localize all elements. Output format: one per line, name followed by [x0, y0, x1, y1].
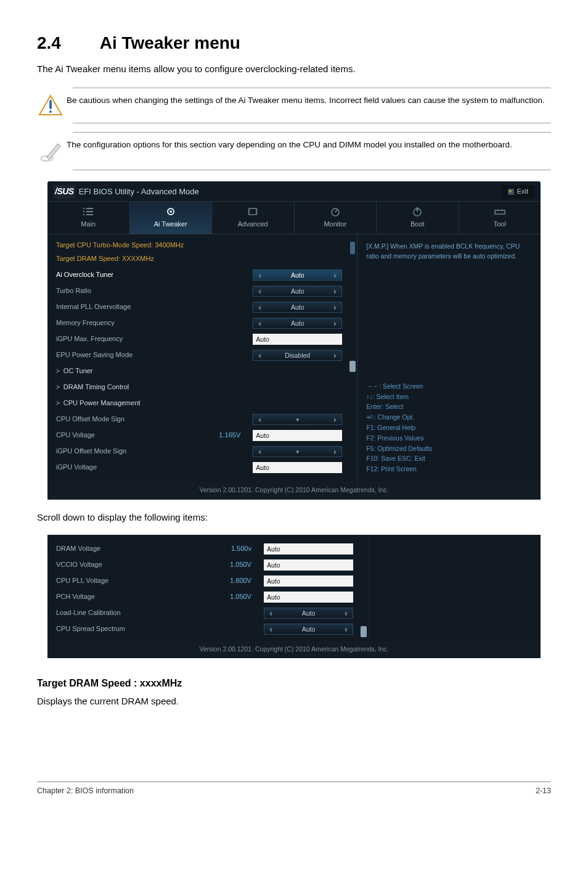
- cpu-pll-voltage-static: 1.800V: [214, 576, 264, 585]
- svg-rect-23: [495, 210, 505, 214]
- bios-titlebar: /SUS EFI BIOS Utility - Advanced Mode Ex…: [47, 181, 541, 201]
- tab-boot[interactable]: Boot: [377, 202, 459, 234]
- heading-title: Ai Tweaker menu: [100, 33, 240, 52]
- bios-window: /SUS EFI BIOS Utility - Advanced Mode Ex…: [47, 181, 541, 499]
- page-footer: Chapter 2: BIOS information 2-13: [37, 782, 551, 797]
- igpu-voltage-value[interactable]: Auto: [253, 462, 342, 473]
- warning-icon: [38, 94, 67, 117]
- exit-icon: [508, 189, 514, 195]
- row-internal-pll[interactable]: Internal PLL Overvoltage Auto: [56, 299, 342, 315]
- row-dram-voltage[interactable]: DRAM Voltage 1.500v Auto: [56, 541, 353, 557]
- bios-window-continued: DRAM Voltage 1.500v Auto VCCIO Voltage 1…: [47, 535, 541, 659]
- chevron-right-icon: >: [56, 367, 60, 376]
- target-cpu-info: Target CPU Turbo-Mode Speed: 3400MHz: [56, 241, 342, 250]
- vccio-voltage-static: 1.050V: [214, 560, 264, 569]
- tab-ai-label: Ai Tweaker: [130, 220, 212, 229]
- bios-tabs: Main Ai Tweaker Advanced Monitor Boot: [47, 201, 541, 234]
- igpu-offset-sign-label: iGPU Offset Mode Sign: [56, 447, 253, 456]
- cpu-pll-voltage-value[interactable]: Auto: [264, 576, 353, 587]
- exit-label: Exit: [517, 187, 528, 196]
- row-dram-timing[interactable]: > DRAM Timing Control: [56, 379, 342, 395]
- epu-power-value[interactable]: Disabled: [253, 350, 342, 361]
- scrollbar-2[interactable]: [359, 535, 368, 641]
- tab-ai-tweaker[interactable]: Ai Tweaker: [130, 202, 213, 234]
- tab-main[interactable]: Main: [47, 202, 130, 234]
- row-cpu-spread[interactable]: CPU Spread Spectrum Auto: [56, 621, 353, 637]
- epu-power-label: EPU Power Saving Mode: [56, 350, 253, 360]
- oc-tuner-label: OC Tuner: [63, 366, 342, 376]
- help-text: [X.M.P.] When XMP is enabled BCLK freque…: [366, 242, 532, 334]
- row-cpu-power[interactable]: > CPU Power Management: [56, 395, 342, 411]
- vccio-voltage-label: VCCIO Voltage: [56, 560, 214, 569]
- cpu-spread-value[interactable]: Auto: [264, 624, 353, 635]
- tab-tool-label: Tool: [459, 220, 541, 229]
- nav-l9: F12: Print Screen: [366, 464, 532, 474]
- igpu-offset-sign-value[interactable]: +: [253, 446, 342, 457]
- monitor-icon: [295, 205, 377, 218]
- nav-l1: →←: Select Screen: [366, 381, 532, 392]
- dram-voltage-value[interactable]: Auto: [264, 543, 353, 555]
- svg-point-2: [49, 110, 52, 113]
- scroll-handle-2[interactable]: [361, 626, 367, 637]
- cpu-offset-sign-value[interactable]: +: [253, 414, 342, 425]
- bios-title: EFI BIOS Utility - Advanced Mode: [79, 186, 199, 197]
- scrollbar[interactable]: [348, 234, 357, 482]
- row-pch-voltage[interactable]: PCH Voltage 1.050V Auto: [56, 589, 353, 605]
- chevron-right-icon: >: [56, 383, 60, 392]
- exit-button[interactable]: Exit: [502, 185, 534, 198]
- cpu-offset-sign-label: CPU Offset Mode Sign: [56, 415, 253, 424]
- info-text: The configuration options for this secti…: [67, 139, 512, 151]
- row-cpu-offset-sign[interactable]: CPU Offset Mode Sign +: [56, 411, 342, 427]
- cpu-voltage-value[interactable]: Auto: [253, 430, 342, 441]
- target-dram-info: Target DRAM Speed: XXXXMHz: [56, 254, 342, 263]
- cpu-voltage-label: CPU Voltage: [56, 431, 203, 440]
- turbo-ratio-label: Turbo Ratio: [56, 286, 253, 295]
- nav-l3: Enter: Select: [366, 402, 532, 412]
- memory-freq-value[interactable]: Auto: [253, 318, 342, 329]
- internal-pll-value[interactable]: Auto: [253, 302, 342, 313]
- scroll-handle[interactable]: [349, 361, 356, 372]
- tab-boot-label: Boot: [377, 220, 459, 229]
- row-load-line[interactable]: Load-Line Calibration Auto: [56, 605, 353, 621]
- page-heading: 2.4 Ai Tweaker menu: [37, 31, 551, 55]
- tab-advanced[interactable]: Advanced: [212, 202, 295, 234]
- scroll-thumb-top[interactable]: [350, 242, 355, 254]
- tab-monitor[interactable]: Monitor: [295, 202, 377, 234]
- vccio-voltage-value[interactable]: Auto: [264, 559, 353, 571]
- row-oc-tuner[interactable]: > OC Tuner: [56, 363, 342, 379]
- igpu-max-value[interactable]: Auto: [253, 334, 342, 345]
- row-vccio-voltage[interactable]: VCCIO Voltage 1.050V Auto: [56, 557, 353, 573]
- gear-icon: [130, 205, 212, 218]
- row-epu-power[interactable]: EPU Power Saving Mode Disabled: [56, 347, 342, 363]
- section-body: Displays the current DRAM speed.: [37, 695, 551, 708]
- tab-advanced-label: Advanced: [212, 220, 294, 229]
- pch-voltage-value[interactable]: Auto: [264, 592, 353, 603]
- row-igpu-max[interactable]: iGPU Max. Frequency Auto: [56, 331, 342, 347]
- igpu-voltage-label: iGPU Voltage: [56, 463, 253, 472]
- nav-l6: F2: Previous Values: [366, 433, 532, 444]
- load-line-label: Load-Line Calibration: [56, 608, 214, 617]
- row-igpu-offset-sign[interactable]: iGPU Offset Mode Sign +: [56, 444, 342, 460]
- ai-overclock-value[interactable]: Auto: [253, 270, 342, 281]
- dram-timing-label: DRAM Timing Control: [63, 382, 342, 392]
- bios2-footer: Version 2.00.1201. Copyright (C) 2010 Am…: [47, 641, 541, 659]
- nav-l5: F1: General Help: [366, 423, 532, 433]
- pch-voltage-label: PCH Voltage: [56, 592, 214, 601]
- nav-l7: F5: Optimized Defaults: [366, 444, 532, 454]
- footer-left: Chapter 2: BIOS information: [37, 786, 134, 797]
- row-cpu-voltage[interactable]: CPU Voltage 1.165V Auto: [56, 427, 342, 444]
- nav-l2: ↑↓: Select Item: [366, 392, 532, 402]
- bios-help-panel: [X.M.P.] When XMP is enabled BCLK freque…: [357, 234, 541, 482]
- chevron-right-icon: >: [56, 399, 60, 408]
- row-cpu-pll-voltage[interactable]: CPU PLL Voltage 1.800V Auto: [56, 573, 353, 589]
- row-turbo-ratio[interactable]: Turbo Ratio Auto: [56, 283, 342, 299]
- row-igpu-voltage[interactable]: iGPU Voltage Auto: [56, 460, 342, 476]
- tab-main-label: Main: [47, 220, 129, 229]
- cpu-pll-voltage-label: CPU PLL Voltage: [56, 576, 214, 585]
- row-memory-freq[interactable]: Memory Frequency Auto: [56, 315, 342, 331]
- row-ai-overclock[interactable]: Ai Overclock Tuner Auto: [56, 267, 342, 283]
- tab-tool[interactable]: Tool: [459, 202, 541, 234]
- turbo-ratio-value[interactable]: Auto: [253, 286, 342, 297]
- load-line-value[interactable]: Auto: [264, 608, 353, 619]
- tool-icon: [459, 205, 541, 218]
